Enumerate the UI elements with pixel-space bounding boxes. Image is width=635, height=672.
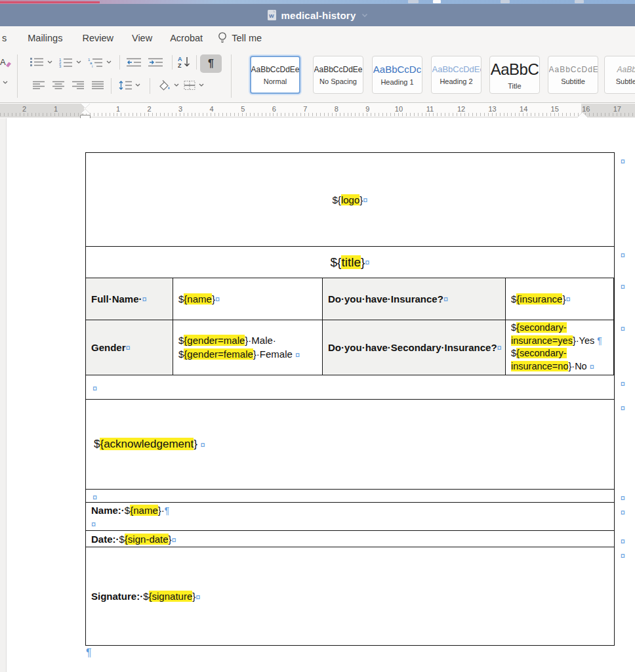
cell-end-marker: ¤ <box>172 535 176 545</box>
cell-end-marker: ¤ <box>443 294 448 304</box>
gender-value-cell[interactable]: ${gender=male}·Male· ${gender=female}·Fe… <box>173 320 323 375</box>
document-title: medical-history <box>281 10 356 21</box>
decrease-indent-button[interactable] <box>127 58 142 67</box>
cell-end-marker: ¤ <box>365 257 369 267</box>
signature-row[interactable]: Signature:·${signature}¤ ¤ <box>86 547 614 645</box>
insurance-value-cell[interactable]: ${insurance} ¤ <box>506 278 614 320</box>
style-chip-title[interactable]: AaBbC Title <box>489 56 540 94</box>
secondary-insurance-value-cell[interactable]: ${secondary-insurance=yes}·Yes ¶ ${secon… <box>506 320 614 375</box>
chevron-down-icon <box>135 83 140 87</box>
bullet-list-button[interactable] <box>30 57 52 67</box>
insurance-question-cell[interactable]: Do·you·have·Insurance?¤ <box>323 278 506 320</box>
menu-tab-references-partial[interactable]: s <box>2 33 7 43</box>
borders-icon <box>184 80 196 91</box>
borders-button[interactable] <box>184 80 204 91</box>
title-chevron-icon[interactable] <box>361 13 368 18</box>
hanging-indent-marker[interactable] <box>81 109 90 114</box>
cell-end-marker: ¤ <box>565 294 570 304</box>
show-formatting-marks-button[interactable]: ¶ <box>200 54 222 73</box>
menu-tab-mailings[interactable]: Mailings <box>28 33 62 43</box>
style-label: Heading 1 <box>380 78 413 86</box>
align-center-icon <box>52 81 66 90</box>
cell-end-marker: ¤ <box>201 440 205 450</box>
horizontal-ruler[interactable]: 211234567891011121314151617 <box>0 104 635 117</box>
menu-tab-review[interactable]: Review <box>82 33 113 43</box>
title-row[interactable]: ${title} ¤ ¤ <box>86 247 614 278</box>
align-right-button[interactable] <box>72 81 85 90</box>
cell-end-marker: ¤ <box>215 294 220 304</box>
numbered-list-button[interactable]: 123 <box>59 57 81 68</box>
style-sample: AaBbC <box>617 65 635 74</box>
align-center-button[interactable] <box>52 81 66 90</box>
decrease-indent-icon <box>127 58 142 67</box>
gender-label-cell[interactable]: Gender¤ <box>86 320 173 375</box>
svg-text:3: 3 <box>59 64 62 68</box>
empty-row-small[interactable]: ¤ ¤ <box>86 490 614 503</box>
ruler-number: 4 <box>210 105 214 113</box>
style-chip-subtle-emphasis[interactable]: AaBbC Subtle E <box>604 56 635 94</box>
progress-line <box>0 1 100 3</box>
menu-bar: s Mailings Review View Acrobat Tell me <box>0 26 635 49</box>
acknowledgement-row[interactable]: ${acknowledgement} ¤ ¤ <box>86 400 614 490</box>
style-chip-heading-1[interactable]: AaBbCcDc Heading 1 <box>372 56 422 94</box>
menu-tab-acrobat[interactable]: Acrobat <box>170 33 203 43</box>
name-value-cell[interactable]: ${name} ¤ <box>173 278 323 320</box>
justify-button[interactable] <box>92 81 105 90</box>
style-sample: AaBbC <box>491 60 539 79</box>
date-line-placeholder: ${sign-date} <box>119 534 172 545</box>
ruler-number: 7 <box>303 105 307 113</box>
clear-formatting-icon[interactable]: A <box>0 57 12 68</box>
cell-end-marker: ¤ <box>295 350 300 360</box>
shading-button[interactable] <box>157 79 179 91</box>
style-chip-normal[interactable]: AaBbCcDdEe Normal <box>250 56 300 94</box>
style-chip-subtitle[interactable]: AaBbCcDdEe Subtitle <box>548 56 598 94</box>
ruler-number: 9 <box>365 105 369 113</box>
ruler-number: 10 <box>395 105 403 113</box>
secondary-insurance-question-cell[interactable]: Do·you·have·Secondary·Insurance?¤ <box>323 320 506 375</box>
ribbon: A 123 1ai <box>0 49 635 103</box>
sort-button[interactable]: A Z <box>178 55 191 68</box>
style-chip-heading-2[interactable]: AaBbCcDdEe Heading 2 <box>431 56 481 94</box>
cell-end-marker: ¤ <box>363 195 367 205</box>
name-row[interactable]: Name:·${name}·¶ ¤ ¤ <box>86 503 614 531</box>
name-line-placeholder: ${name}· <box>125 505 165 516</box>
ruler-number: 8 <box>335 105 338 113</box>
window-fragment <box>408 0 419 3</box>
first-line-indent-marker[interactable] <box>81 104 90 108</box>
full-name-label-cell[interactable]: Full·Name·¤ <box>86 278 173 320</box>
style-sample: AaBbCcDc <box>373 64 421 75</box>
line-spacing-button[interactable] <box>119 80 140 91</box>
pilcrow-icon: ¶ <box>208 58 214 70</box>
date-row[interactable]: Date:·${sign-date}¤ ¤ <box>86 531 614 547</box>
style-chip-no-spacing[interactable]: AaBbCcDdEe No Spacing <box>313 56 363 94</box>
logo-placeholder: ${logo} <box>333 194 363 205</box>
secondary-yes-placeholder: ${secondary-insurance=yes}·Yes <box>511 322 597 346</box>
row-end-marker: ¤ <box>621 493 625 503</box>
ruler-number: 11 <box>426 105 434 113</box>
empty-row[interactable]: ¤ ¤ <box>86 375 614 400</box>
increase-indent-button[interactable] <box>148 58 164 67</box>
row-end-marker: ¤ <box>621 506 625 519</box>
document-canvas[interactable]: ${logo} ¤ ¤ ${title} ¤ ¤ Full·Name·¤ ${n… <box>0 118 635 672</box>
style-label: Subtitle <box>561 77 585 85</box>
increase-indent-icon <box>148 58 164 67</box>
cell-end-marker: ¤ <box>142 294 147 304</box>
multilevel-list-button[interactable]: 1ai <box>88 57 112 68</box>
ruler-number: 3 <box>178 105 182 113</box>
right-indent-marker[interactable] <box>577 112 588 117</box>
gender-male-placeholder: ${gender=male}·Male· <box>178 335 276 346</box>
chevron-down-icon <box>47 60 52 64</box>
align-left-button[interactable] <box>33 81 46 90</box>
tell-me-menu[interactable]: Tell me <box>218 32 262 44</box>
logo-row[interactable]: ${logo} ¤ ¤ <box>86 153 614 247</box>
style-label: Title <box>508 82 521 90</box>
font-color-chevron-icon[interactable] <box>3 81 8 85</box>
align-right-icon <box>72 81 85 90</box>
paragraph-mark: ¶ <box>597 335 602 346</box>
menu-tab-view[interactable]: View <box>132 33 152 43</box>
date-line-label: Date:· <box>91 534 119 545</box>
name-line-label: Name:· <box>91 505 125 516</box>
paint-bucket-icon <box>157 79 171 91</box>
row-end-marker: ¤ <box>621 324 625 333</box>
ruler-number: 16 <box>582 105 590 113</box>
